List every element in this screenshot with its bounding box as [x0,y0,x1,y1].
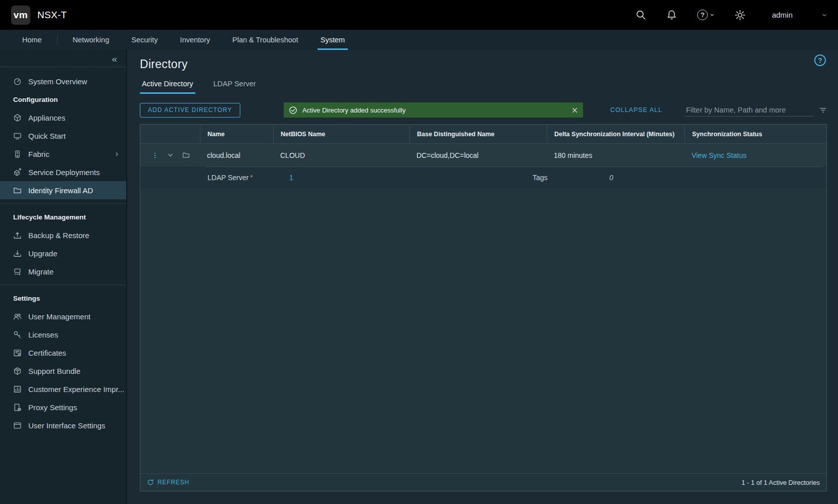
top-bar: vm NSX-T ? admin [0,0,838,30]
refresh-button[interactable]: REFRESH [147,479,189,486]
sidebar-item-fabric[interactable]: Fabric › [0,145,126,163]
sidebar-item-label: Certificates [28,349,66,357]
sidebar-dotted-divider [0,67,126,67]
sidebar-item-label: Appliances [28,114,65,122]
sidebar-item-appliances[interactable]: Appliances [0,108,126,127]
sidebar-collapse-icon[interactable]: « [112,54,117,64]
column-header-delta-sync[interactable]: Delta Synchronization Interval (Minutes) [547,125,685,143]
nav-tab-label: Inventory [180,36,211,44]
nav-tab-home[interactable]: Home [11,30,53,50]
sidebar-item-customer-experience[interactable]: Customer Experience Impr... [0,380,126,398]
upload-tray-icon [13,231,22,240]
notifications-bell-icon[interactable] [666,10,677,20]
display-icon [13,132,22,140]
chevron-right-icon: › [116,149,118,158]
deploy-icon [13,168,22,177]
nav-tab-system[interactable]: System [309,30,356,50]
filter-icon[interactable] [819,106,827,114]
sidebar-item-quick-start[interactable]: Quick Start [0,127,126,145]
nav-tab-security[interactable]: Security [120,30,169,50]
sidebar-item-support-bundle[interactable]: Support Bundle [0,362,126,380]
theme-brightness-icon[interactable] [735,10,746,21]
page-tabs: Active Directory LDAP Server [140,80,827,94]
cell-name: cloud.local [200,151,273,159]
table-row: cloud.local CLOUD DC=cloud,DC=local 180 … [140,144,826,166]
vmware-logo[interactable]: vm [11,6,30,25]
sidebar-divider [0,285,126,285]
cell-netbios-name: CLOUD [273,151,409,159]
gauge-icon [13,77,22,86]
window-icon [13,421,22,430]
success-alert: Active Directory added successfully [284,102,583,118]
key-icon [13,330,22,339]
table-empty-area [140,188,826,473]
main-content: ? Directory Active Directory LDAP Server… [127,50,838,504]
sidebar-item-label: User Management [28,312,90,321]
sidebar-item-label: Proxy Settings [28,403,77,412]
tab-label: LDAP Server [214,80,256,88]
add-active-directory-button[interactable]: ADD ACTIVE DIRECTORY [140,103,240,118]
nav-tab-plan-troubleshoot[interactable]: Plan & Troubleshoot [221,30,309,50]
row-actions-menu-icon[interactable] [151,152,159,159]
sidebar-item-proxy-settings[interactable]: Proxy Settings [0,398,126,416]
folder-icon [13,186,22,195]
user-menu[interactable]: admin [772,11,793,19]
sidebar-item-licenses[interactable]: Licenses [0,325,126,344]
server-icon [13,150,22,158]
check-circle-icon [289,106,297,115]
required-marker: * [250,174,252,181]
filter-input[interactable] [685,104,813,117]
help-menu[interactable]: ? [697,10,714,20]
column-header-netbios[interactable]: NetBIOS Name [273,125,409,143]
migrate-icon [13,267,22,276]
sidebar-item-service-deployments[interactable]: Service Deployments [0,163,126,181]
ldap-server-label-text: LDAP Server [207,174,248,182]
refresh-label: REFRESH [158,479,189,486]
tab-label: Active Directory [142,80,193,88]
collapse-all-button[interactable]: COLLAPSE ALL [610,106,662,114]
nav-tab-networking[interactable]: Networking [62,30,121,50]
column-header-base-dn[interactable]: Base Distinguished Name [409,125,547,143]
user-chevron-down-icon[interactable] [822,13,827,18]
sidebar-item-label: Fabric [28,150,49,158]
sidebar-item-backup-restore[interactable]: Backup & Restore [0,226,126,244]
view-sync-status-link[interactable]: View Sync Status [692,151,747,159]
sidebar-item-identity-firewall-ad[interactable]: Identity Firewall AD [0,181,126,199]
sidebar-item-label: Quick Start [28,132,66,140]
sidebar-item-label: Service Deployments [28,168,100,177]
page-help-icon[interactable]: ? [814,54,826,66]
sidebar-item-system-overview[interactable]: System Overview [0,72,126,90]
alert-message: Active Directory added successfully [302,106,405,114]
nav-tab-label: Home [22,36,42,44]
pagination-text: 1 - 1 of 1 Active Directories [742,479,820,486]
ldap-server-label: LDAP Server* [207,174,253,182]
alert-close-icon[interactable] [571,107,578,114]
search-icon[interactable] [636,10,646,20]
column-header-sync-status[interactable]: Synchronization Status [685,125,826,143]
product-name: NSX-T [37,10,67,21]
sidebar-item-label: User Interface Settings [28,421,106,430]
row-expand-chevron-icon[interactable] [167,152,174,158]
column-header-name[interactable]: Name [200,125,273,143]
sidebar-item-label: Identity Firewall AD [28,186,93,195]
cube-icon [13,114,22,122]
ldap-server-count-link[interactable]: 1 [289,174,293,182]
table-row-details: LDAP Server* 1 Tags 0 [140,166,826,188]
tab-ldap-server[interactable]: LDAP Server [212,80,258,94]
nav-tab-inventory[interactable]: Inventory [169,30,222,50]
folder-icon [182,151,190,159]
cell-base-dn: DC=cloud,DC=local [409,151,547,159]
tab-active-directory[interactable]: Active Directory [140,80,195,94]
users-icon [13,312,22,321]
sidebar-item-upgrade[interactable]: Upgrade [0,244,126,262]
sidebar-item-migrate[interactable]: Migrate [0,262,126,281]
nav-tab-label: Security [131,36,158,44]
nav-tab-label: Networking [73,36,110,44]
download-tray-icon [13,249,22,258]
active-directory-table: Name NetBIOS Name Base Distinguished Nam… [140,124,827,491]
sidebar-item-label: Support Bundle [28,367,80,375]
sidebar-item-user-interface-settings[interactable]: User Interface Settings [0,416,126,434]
page-title: Directory [140,58,827,71]
sidebar-item-user-management[interactable]: User Management [0,307,126,325]
sidebar-item-certificates[interactable]: Certificates [0,344,126,362]
